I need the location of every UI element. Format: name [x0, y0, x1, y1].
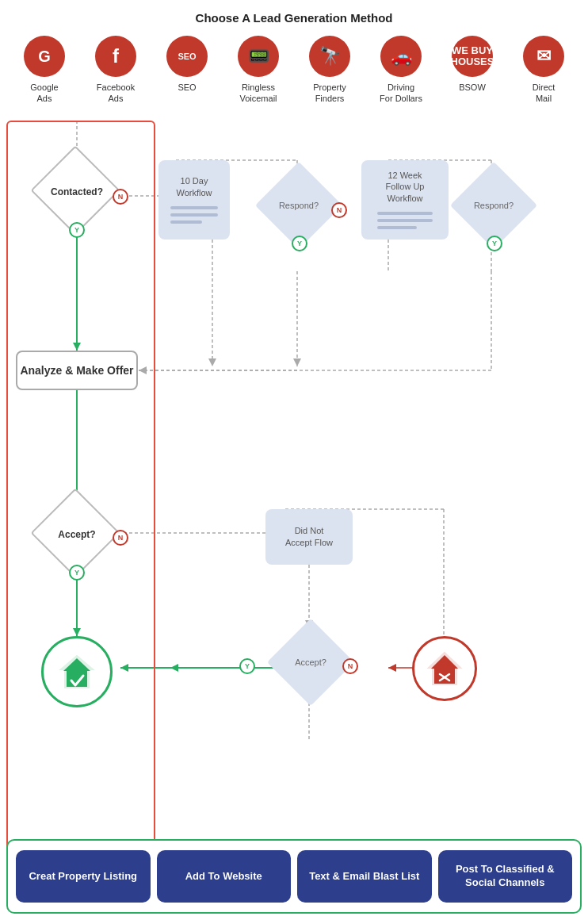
accepted-house-circle [41, 636, 113, 707]
accept2-diamond: Accept? [280, 631, 342, 693]
contacted-diamond: Contacted? [44, 159, 110, 225]
bsow-label: BSOW [459, 82, 486, 93]
respond2-y-badge: Y [487, 236, 502, 251]
svg-marker-19 [139, 366, 147, 374]
property-icon: 🔭 [309, 36, 350, 77]
svg-marker-6 [73, 628, 81, 636]
workflow-10day-label: 10 DayWorkflow [176, 175, 212, 198]
directmail-label: DirectMail [533, 82, 556, 105]
lead-item-google[interactable]: G GoogleAds [13, 36, 76, 105]
facebook-label: FacebookAds [97, 82, 135, 105]
page-title: Choose A Lead Generation Method [8, 11, 580, 25]
respond2-diamond: Respond? [463, 174, 525, 236]
google-icon: G [24, 36, 65, 77]
did-not-accept-box: Did NotAccept Flow [265, 509, 353, 565]
google-label: GoogleAds [30, 82, 58, 105]
contacted-y-badge: Y [69, 222, 85, 238]
contacted-n-badge: N [113, 189, 128, 205]
lead-item-ringless[interactable]: 📟 RinglessVoicemail [227, 36, 290, 105]
accept1-diamond: Accept? [44, 501, 110, 568]
lead-item-directmail[interactable]: ✉ DirectMail [512, 36, 575, 105]
bottom-section: Creat Property Listing Add To Website Te… [6, 839, 582, 914]
create-listing-button[interactable]: Creat Property Listing [16, 850, 151, 903]
workflow-10day-box: 10 DayWorkflow [158, 160, 230, 240]
did-not-accept-label: Did NotAccept Flow [285, 525, 333, 548]
svg-marker-2 [73, 343, 81, 351]
accept2-n-badge: N [342, 658, 358, 674]
svg-marker-35 [170, 664, 178, 672]
property-label: PropertyFinders [313, 82, 346, 105]
lead-item-facebook[interactable]: f FacebookAds [84, 36, 147, 105]
lead-icons-row: G GoogleAds f FacebookAds SEO SEO 📟 Ring… [8, 36, 580, 105]
ringless-icon: 📟 [238, 36, 279, 77]
lead-item-property[interactable]: 🔭 PropertyFinders [298, 36, 361, 105]
analyze-box: Analyze & Make Offer [16, 351, 138, 390]
directmail-icon: ✉ [523, 36, 564, 77]
workflow-12week-box: 12 WeekFollow UpWorkflow [361, 160, 449, 240]
respond1-y-badge: Y [292, 236, 307, 251]
page-wrapper: Choose A Lead Generation Method G Google… [0, 0, 588, 920]
text-email-button[interactable]: Text & Email Blast List [297, 850, 432, 903]
lead-item-bsow[interactable]: WE BUYHOUSES BSOW [441, 36, 504, 105]
svg-marker-8 [120, 664, 128, 672]
facebook-icon: f [95, 36, 136, 77]
top-section: Choose A Lead Generation Method G Google… [0, 0, 588, 113]
svg-marker-14 [208, 358, 216, 366]
svg-marker-17 [293, 358, 301, 366]
accept1-n-badge: N [113, 530, 128, 546]
workflow-12week-label: 12 WeekFollow UpWorkflow [386, 170, 425, 204]
accept2-y-badge: Y [239, 658, 255, 674]
seo-label: SEO [178, 82, 196, 93]
accept1-y-badge: Y [69, 565, 85, 581]
svg-marker-33 [388, 664, 396, 672]
lead-item-seo[interactable]: SEO SEO [155, 36, 219, 105]
rejected-circle [412, 636, 477, 701]
flowchart-area: Contacted? N Y Analyze & Make Offer Acce… [0, 113, 588, 840]
post-classified-button[interactable]: Post To Classified & Social Channels [438, 850, 573, 903]
svg-marker-40 [431, 655, 458, 684]
driving-label: DrivingFor Dollars [380, 82, 422, 105]
add-website-button[interactable]: Add To Website [157, 850, 292, 903]
ringless-label: RinglessVoicemail [239, 82, 277, 105]
bsow-icon: WE BUYHOUSES [452, 36, 493, 77]
house-x-icon [426, 650, 463, 687]
lead-item-driving[interactable]: 🚗 DrivingFor Dollars [369, 36, 433, 105]
house-check-icon [57, 652, 97, 692]
seo-icon: SEO [166, 36, 208, 77]
driving-icon: 🚗 [380, 36, 422, 77]
respond1-n-badge: N [331, 202, 347, 218]
respond1-diamond: Respond? [268, 174, 330, 236]
